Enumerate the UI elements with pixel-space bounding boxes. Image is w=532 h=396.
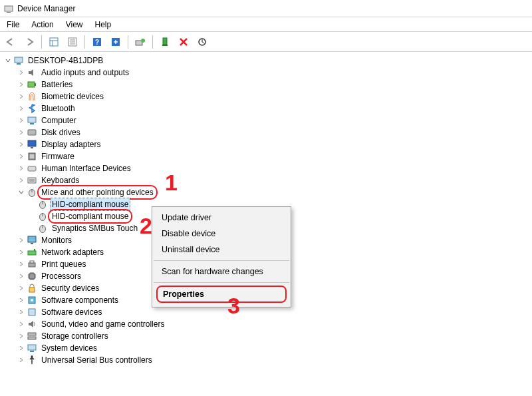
svg-rect-19 (35, 83, 36, 86)
chevron-right-icon[interactable] (17, 296, 25, 304)
menu-action[interactable]: Action (26, 19, 59, 31)
svg-rect-28 (28, 166, 36, 171)
tree-category[interactable]: Computer (4, 114, 532, 126)
tree-category-mice[interactable]: Mice and other pointing devices (4, 186, 532, 198)
titlebar: Device Manager (0, 0, 532, 17)
chevron-down-icon[interactable] (17, 188, 25, 196)
chevron-right-icon[interactable] (17, 356, 25, 364)
forward-button[interactable] (21, 34, 37, 50)
chevron-right-icon[interactable] (17, 176, 25, 184)
sound-icon (27, 319, 37, 329)
hid-mouse-2-label: HID-compliant mouse (48, 209, 132, 224)
help-button[interactable]: ? (89, 34, 105, 50)
enable-device-button[interactable] (157, 34, 173, 50)
chevron-right-icon[interactable] (17, 152, 25, 160)
root-label: DESKTOP-4B1JDPB (27, 55, 104, 67)
chevron-right-icon[interactable] (17, 320, 25, 328)
chevron-right-icon[interactable] (17, 116, 25, 124)
chevron-right-icon[interactable] (17, 272, 25, 280)
chevron-right-icon[interactable] (17, 104, 25, 112)
tree-category[interactable]: Display adapters (4, 138, 532, 150)
chevron-right-icon[interactable] (17, 284, 25, 292)
menu-help[interactable]: Help (90, 19, 117, 31)
system-icon (27, 343, 37, 353)
category-label: Display adapters (40, 138, 102, 150)
device-manager-icon (4, 4, 13, 13)
chevron-right-icon[interactable] (17, 69, 25, 77)
tree-category[interactable]: Disk drives (4, 126, 532, 138)
svg-rect-2 (50, 38, 58, 46)
chevron-right-icon[interactable] (17, 128, 25, 136)
tree-root[interactable]: DESKTOP-4B1JDPB (4, 55, 532, 67)
tree-category[interactable]: Universal Serial Bus controllers (4, 354, 532, 366)
svg-rect-52 (28, 337, 36, 339)
chevron-right-icon[interactable] (17, 332, 25, 340)
tree-category[interactable]: Sound, video and game controllers (4, 318, 532, 330)
chevron-right-icon[interactable] (17, 93, 25, 100)
chevron-right-icon[interactable] (17, 248, 25, 256)
tree-category[interactable]: Human Interface Devices (4, 162, 532, 174)
toolbar-divider (128, 35, 128, 49)
menu-file[interactable]: File (1, 19, 25, 31)
audio-icon (27, 67, 37, 78)
tree-category[interactable]: Biometric devices (4, 91, 532, 102)
chevron-right-icon[interactable] (17, 140, 25, 148)
svg-point-49 (31, 299, 33, 301)
chevron-down-icon[interactable] (4, 57, 12, 65)
category-label: Disk drives (40, 126, 82, 138)
scan-hardware-button[interactable] (194, 34, 210, 50)
chevron-right-icon[interactable] (17, 236, 25, 244)
annotation-2: 2 (140, 213, 152, 239)
svg-rect-51 (28, 333, 36, 335)
properties-toolbar-button[interactable] (65, 34, 80, 50)
annotation-3: 3 (227, 293, 240, 319)
svg-rect-27 (30, 154, 34, 158)
annotation-1: 1 (165, 170, 178, 196)
toolbar-divider (41, 35, 42, 49)
category-label: Print queues (40, 258, 87, 270)
bluetooth-icon (27, 103, 37, 114)
tree-category[interactable]: Audio inputs and outputs (4, 67, 532, 79)
chevron-right-icon[interactable] (17, 308, 25, 316)
chevron-right-icon[interactable] (17, 344, 25, 352)
biometric-icon (27, 91, 37, 102)
category-label: Network adapters (40, 246, 105, 258)
context-update-driver[interactable]: Update driver (152, 210, 291, 226)
tree-category[interactable]: Software devices (4, 306, 532, 318)
security-icon (27, 283, 37, 294)
display-icon (27, 139, 37, 150)
category-label: Storage controllers (40, 330, 110, 342)
context-separator (154, 260, 289, 261)
toolbar: ? (0, 32, 532, 52)
tree-category[interactable]: Batteries (4, 79, 532, 91)
context-disable-device[interactable]: Disable device (152, 226, 291, 242)
category-label: Audio inputs and outputs (40, 67, 130, 79)
context-scan-hardware[interactable]: Scan for hardware changes (152, 264, 291, 280)
context-uninstall-device[interactable]: Uninstall device (152, 242, 291, 258)
tree-category[interactable]: Storage controllers (4, 330, 532, 342)
svg-rect-50 (29, 309, 35, 315)
svg-rect-46 (29, 274, 35, 279)
tree-category[interactable]: Firmware (4, 150, 532, 162)
svg-rect-40 (28, 236, 36, 242)
back-button[interactable] (3, 34, 19, 50)
uninstall-device-button[interactable] (176, 34, 192, 50)
svg-rect-1 (7, 12, 11, 13)
svg-rect-21 (30, 123, 34, 124)
menu-view[interactable]: View (61, 19, 88, 31)
svg-text:?: ? (95, 39, 99, 46)
show-hide-tree-button[interactable] (46, 34, 62, 50)
chevron-right-icon[interactable] (17, 81, 25, 89)
tree-category[interactable]: Bluetooth (4, 102, 532, 114)
category-label: Batteries (40, 79, 74, 91)
monitor-icon (27, 235, 37, 246)
update-driver-button[interactable] (132, 34, 148, 50)
chevron-right-icon[interactable] (17, 164, 25, 172)
svg-rect-17 (17, 63, 21, 65)
chevron-right-icon[interactable] (17, 260, 25, 268)
context-properties[interactable]: Properties (156, 286, 287, 303)
svg-point-13 (141, 39, 145, 43)
tree-category[interactable]: System devices (4, 342, 532, 354)
mice-label: Mice and other pointing devices (37, 185, 158, 200)
action-button[interactable] (108, 34, 124, 50)
